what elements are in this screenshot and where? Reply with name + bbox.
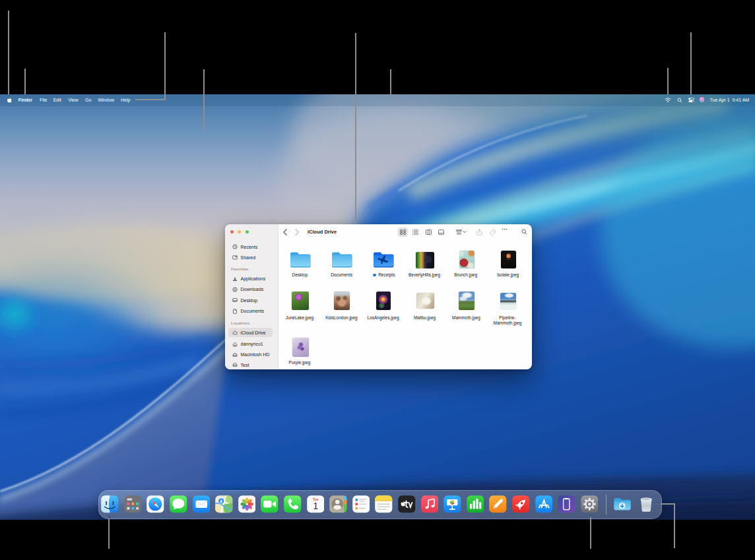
svg-text:1: 1 — [313, 501, 318, 511]
